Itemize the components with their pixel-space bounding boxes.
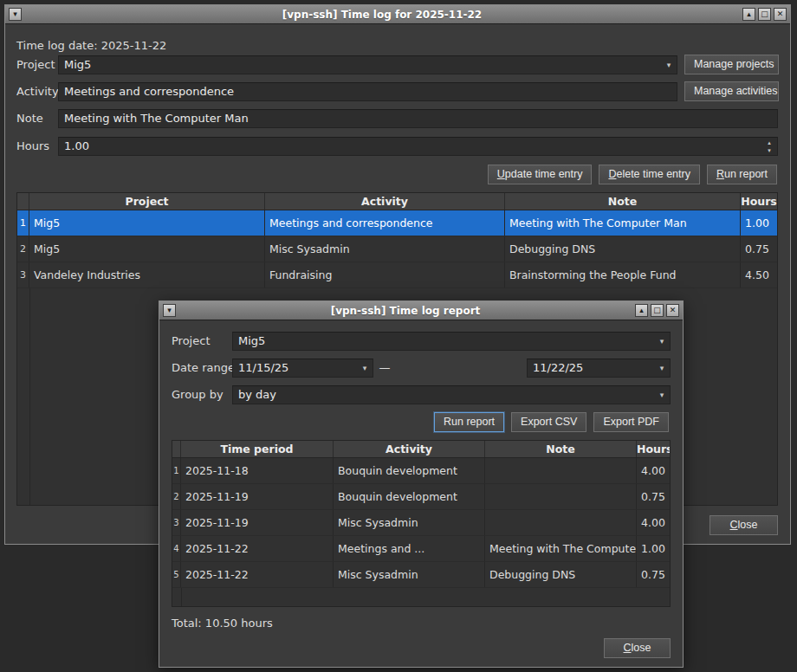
manage-projects-label: Manage projects — [694, 55, 769, 74]
manage-activities-button[interactable]: Manage activities — [684, 81, 779, 101]
header-hours[interactable]: Hours — [637, 441, 670, 457]
cell-hours: 0.75 — [637, 562, 670, 587]
update-time-entry-button[interactable]: Update time entry — [488, 165, 593, 184]
row-number: 4 — [172, 536, 181, 561]
report-project-combobox[interactable]: Mig5 ▾ — [232, 332, 671, 351]
export-pdf-button[interactable]: Export PDF — [593, 412, 669, 432]
cell-hours: 1.00 — [741, 210, 777, 236]
report-titlebar[interactable]: ▾ [vpn-ssh] Time log report ▴ □ ✕ — [159, 301, 683, 320]
cell-activity: Bouquin development — [334, 484, 485, 509]
manage-projects-button[interactable]: Manage projects — [684, 55, 779, 74]
cell-note — [485, 510, 637, 535]
header-note[interactable]: Note — [485, 441, 637, 457]
date-to-combobox[interactable]: 11/22/25 ▾ — [527, 359, 671, 378]
export-csv-button[interactable]: Export CSV — [511, 412, 586, 432]
cell-time-period: 2025-11-22 — [181, 562, 334, 587]
row-number: 5 — [172, 562, 181, 587]
cell-note: Brainstorming the People Fund — [505, 262, 741, 288]
date-from-combobox[interactable]: 11/15/25 ▾ — [232, 359, 373, 378]
delete-time-entry-label: Delete time entry — [608, 165, 690, 184]
chevron-down-icon: ▾ — [357, 359, 373, 377]
manage-activities-label: Manage activities — [694, 82, 769, 100]
activity-input[interactable]: Meetings and correspondence — [58, 82, 677, 101]
shade-icon[interactable]: ▴ — [635, 304, 648, 317]
report-run-report-label: Run report — [444, 413, 495, 431]
spin-down-icon[interactable]: ▾ — [768, 147, 771, 154]
delete-time-entry-button[interactable]: Delete time entry — [599, 165, 700, 184]
date-range-separator: — — [376, 359, 393, 378]
run-report-button[interactable]: Run report — [707, 165, 777, 184]
shade-icon[interactable]: ▴ — [742, 8, 755, 21]
report-project-label: Project — [172, 332, 210, 351]
note-input-value: Meeting with The Computer Man — [64, 112, 249, 125]
cell-time-period: 2025-11-18 — [181, 458, 334, 483]
cell-note: Meeting with The Computer... — [485, 536, 637, 561]
cell-time-period: 2025-11-19 — [181, 484, 334, 509]
hours-spinbox-value: 1.00 — [64, 139, 89, 152]
report-window: ▾ [vpn-ssh] Time log report ▴ □ ✕ Projec… — [159, 300, 684, 668]
project-combobox-value: Mig5 — [64, 58, 91, 71]
window-menu-icon[interactable]: ▾ — [9, 8, 22, 21]
report-run-report-button[interactable]: Run report — [434, 412, 504, 432]
row-number: 1 — [172, 458, 181, 483]
cell-hours: 0.75 — [637, 484, 670, 509]
table-row[interactable]: 2 2025-11-19 Bouquin development 0.75 — [172, 484, 670, 510]
cell-time-period: 2025-11-19 — [181, 510, 334, 535]
project-combobox[interactable]: Mig5 ▾ — [58, 55, 677, 74]
table-row[interactable]: 4 2025-11-22 Meetings and ... Meeting wi… — [172, 536, 670, 562]
table-row[interactable]: 1 Mig5 Meetings and correspondence Meeti… — [17, 210, 777, 236]
header-note[interactable]: Note — [505, 193, 741, 210]
header-activity[interactable]: Activity — [334, 441, 485, 457]
header-project[interactable]: Project — [29, 193, 265, 210]
report-actions: Run report Export CSV Export PDF — [434, 412, 669, 432]
maximize-icon[interactable]: □ — [651, 304, 664, 317]
chevron-down-icon: ▾ — [654, 359, 670, 377]
entry-actions: Update time entry Delete time entry Run … — [488, 165, 777, 184]
note-input[interactable]: Meeting with The Computer Man — [58, 109, 778, 128]
header-activity[interactable]: Activity — [265, 193, 505, 210]
header-time-period[interactable]: Time period — [181, 441, 334, 457]
window-menu-icon[interactable]: ▾ — [163, 304, 176, 317]
cell-hours: 0.75 — [741, 236, 777, 262]
close-icon[interactable]: ✕ — [774, 8, 787, 21]
cell-project: Mig5 — [29, 210, 265, 236]
table-row[interactable]: 3 Vandeley Industries Fundraising Brains… — [17, 262, 777, 288]
cell-activity: Misc Sysadmin — [334, 562, 485, 587]
cell-note — [485, 484, 637, 509]
close-button-label: Close — [719, 516, 768, 534]
row-number: 2 — [17, 236, 29, 262]
maximize-icon[interactable]: □ — [758, 8, 771, 21]
table-row[interactable]: 2 Mig5 Misc Sysadmin Debugging DNS 0.75 — [17, 236, 777, 262]
report-table: Time period Activity Note Hours 1 2025-1… — [172, 440, 671, 607]
date-range-label: Date range — [172, 359, 235, 378]
chevron-down-icon: ▾ — [654, 386, 670, 404]
header-hours[interactable]: Hours — [741, 193, 777, 210]
spin-up-icon[interactable]: ▴ — [768, 139, 771, 146]
note-label: Note — [16, 109, 43, 128]
close-icon[interactable]: ✕ — [666, 304, 679, 317]
hours-spinbox[interactable]: 1.00 ▴ ▾ — [58, 137, 778, 156]
report-close-label: Close — [613, 639, 661, 657]
cell-hours: 1.00 — [637, 536, 670, 561]
activity-label: Activity — [16, 82, 59, 101]
cell-hours: 4.50 — [741, 262, 777, 288]
group-by-combobox[interactable]: by day ▾ — [232, 385, 671, 404]
report-table-header: Time period Activity Note Hours — [172, 441, 670, 458]
cell-activity: Fundraising — [265, 262, 505, 288]
group-by-value: by day — [238, 388, 276, 401]
cell-project: Mig5 — [29, 236, 265, 262]
total-hours-label: Total: 10.50 hours — [172, 617, 273, 630]
main-titlebar[interactable]: ▾ [vpn-ssh] Time log for 2025-11-22 ▴ □ … — [5, 5, 790, 24]
cell-project: Vandeley Industries — [29, 262, 265, 288]
table-row[interactable]: 5 2025-11-22 Misc Sysadmin Debugging DNS… — [172, 562, 670, 588]
table-header: Project Activity Note Hours — [17, 193, 777, 210]
close-button[interactable]: Close — [710, 515, 778, 535]
activity-input-value: Meetings and correspondence — [64, 85, 234, 98]
report-close-button[interactable]: Close — [604, 638, 671, 658]
row-number: 1 — [17, 210, 29, 236]
row-number: 3 — [17, 262, 29, 288]
cell-hours: 4.00 — [637, 458, 670, 483]
table-row[interactable]: 3 2025-11-19 Misc Sysadmin 4.00 — [172, 510, 670, 536]
export-pdf-label: Export PDF — [603, 413, 659, 431]
table-row[interactable]: 1 2025-11-18 Bouquin development 4.00 — [172, 458, 670, 484]
